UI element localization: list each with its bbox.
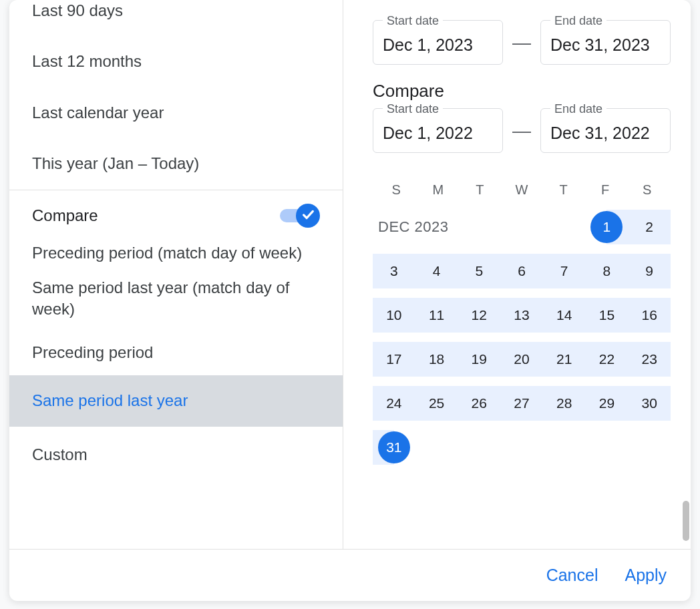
- calendar-day-20[interactable]: 20: [500, 342, 543, 377]
- calendar-grid: 1234567891011121314151617181920212223242…: [373, 210, 671, 465]
- calendar-day-22[interactable]: 22: [586, 342, 629, 377]
- end-date-field[interactable]: End date Dec 31, 2023: [540, 20, 671, 65]
- calendar: S M T W T F S DEC 2023 12345678910111213…: [373, 182, 671, 465]
- calendar-pane: Start date Dec 1, 2023 — End date Dec 31…: [343, 0, 691, 549]
- compare-end-date-label: End date: [550, 102, 606, 116]
- option-last-12-months[interactable]: Last 12 months: [9, 36, 343, 87]
- apply-button[interactable]: Apply: [625, 566, 667, 585]
- start-date-value: Dec 1, 2023: [383, 35, 473, 54]
- compare-label: Compare: [32, 206, 98, 225]
- calendar-day-3[interactable]: 3: [373, 254, 415, 288]
- calendar-day-17[interactable]: 17: [373, 342, 415, 377]
- calendar-day-28[interactable]: 28: [543, 386, 586, 421]
- primary-date-row: Start date Dec 1, 2023 — End date Dec 31…: [373, 20, 671, 65]
- weekday-t2: T: [542, 182, 584, 198]
- calendar-day-19[interactable]: 19: [458, 342, 500, 377]
- calendar-day: [543, 210, 586, 244]
- calendar-day-12[interactable]: 12: [458, 298, 500, 333]
- check-icon: [301, 207, 315, 224]
- compare-start-date-label: Start date: [383, 102, 443, 116]
- calendar-day-9[interactable]: 9: [628, 254, 671, 288]
- compare-date-row: Start date Dec 1, 2022 — End date Dec 31…: [373, 108, 671, 153]
- dash-separator: —: [512, 32, 531, 53]
- compare-option-same-last-year-match-dow[interactable]: Same period last year (match day of week…: [9, 270, 343, 327]
- compare-start-date-value: Dec 1, 2022: [383, 124, 473, 142]
- compare-toggle[interactable]: [280, 204, 320, 228]
- month-label: DEC 2023: [378, 218, 449, 236]
- calendar-day-5[interactable]: 5: [458, 254, 500, 288]
- dash-separator: —: [512, 120, 531, 142]
- compare-option-preceding-match-dow[interactable]: Preceding period (match day of week): [9, 236, 343, 270]
- calendar-day-30[interactable]: 30: [628, 386, 671, 421]
- weekday-w: W: [501, 182, 543, 198]
- calendar-day-11[interactable]: 11: [415, 298, 458, 333]
- start-date-label: Start date: [383, 14, 443, 28]
- calendar-day-16[interactable]: 16: [628, 298, 671, 333]
- calendar-day: [500, 210, 543, 244]
- calendar-day-2[interactable]: 2: [628, 210, 671, 244]
- date-range-dialog: Last 90 days Last 12 months Last calenda…: [9, 0, 691, 601]
- end-date-label: End date: [550, 14, 606, 28]
- calendar-day: [458, 210, 500, 244]
- dialog-content: Last 90 days Last 12 months Last calenda…: [9, 0, 691, 549]
- weekday-s2: S: [626, 182, 668, 198]
- scrollbar[interactable]: [683, 501, 689, 541]
- calendar-day-26[interactable]: 26: [458, 386, 500, 421]
- calendar-day-23[interactable]: 23: [628, 342, 671, 377]
- calendar-day-7[interactable]: 7: [543, 254, 586, 288]
- compare-start-date-field[interactable]: Start date Dec 1, 2022: [373, 108, 503, 153]
- weekday-m: M: [417, 182, 460, 198]
- calendar-day-21[interactable]: 21: [543, 342, 586, 377]
- weekday-header: S M T W T F S: [373, 182, 671, 198]
- calendar-day-4[interactable]: 4: [415, 254, 458, 288]
- calendar-day-18[interactable]: 18: [415, 342, 458, 377]
- compare-option-custom[interactable]: Custom: [9, 432, 343, 480]
- compare-end-date-field[interactable]: End date Dec 31, 2022: [540, 108, 671, 153]
- cancel-button[interactable]: Cancel: [546, 566, 598, 585]
- compare-option-same-last-year[interactable]: Same period last year: [9, 375, 343, 426]
- end-date-value: Dec 31, 2023: [550, 35, 650, 54]
- calendar-day-13[interactable]: 13: [500, 298, 543, 333]
- calendar-day-15[interactable]: 15: [586, 298, 629, 333]
- calendar-day-27[interactable]: 27: [500, 386, 543, 421]
- calendar-day-31[interactable]: 31: [373, 430, 415, 465]
- compare-header: Compare: [9, 190, 343, 236]
- calendar-day-24[interactable]: 24: [373, 386, 415, 421]
- calendar-day-25[interactable]: 25: [415, 386, 458, 421]
- calendar-day-29[interactable]: 29: [586, 386, 629, 421]
- calendar-day-6[interactable]: 6: [500, 254, 543, 288]
- weekday-t: T: [459, 182, 501, 198]
- toggle-thumb: [296, 204, 320, 228]
- option-this-year[interactable]: This year (Jan – Today): [9, 138, 343, 189]
- compare-option-preceding[interactable]: Preceding period: [9, 327, 343, 370]
- start-date-field[interactable]: Start date Dec 1, 2023: [373, 20, 503, 65]
- compare-end-date-value: Dec 31, 2022: [550, 124, 650, 142]
- weekday-f: F: [584, 182, 627, 198]
- day-marker: 1: [590, 211, 623, 243]
- compare-title: Compare: [373, 81, 671, 102]
- option-last-90-days[interactable]: Last 90 days: [9, 0, 343, 36]
- calendar-day-8[interactable]: 8: [586, 254, 629, 288]
- calendar-day-14[interactable]: 14: [543, 298, 586, 333]
- preset-pane: Last 90 days Last 12 months Last calenda…: [9, 0, 343, 549]
- compare-options: Preceding period (match day of week) Sam…: [9, 236, 343, 480]
- calendar-day-1[interactable]: 1: [586, 210, 629, 244]
- calendar-day-10[interactable]: 10: [373, 298, 415, 333]
- day-marker: 31: [378, 431, 410, 463]
- weekday-s: S: [375, 182, 417, 198]
- option-last-calendar-year[interactable]: Last calendar year: [9, 87, 343, 138]
- dialog-footer: Cancel Apply: [9, 549, 691, 601]
